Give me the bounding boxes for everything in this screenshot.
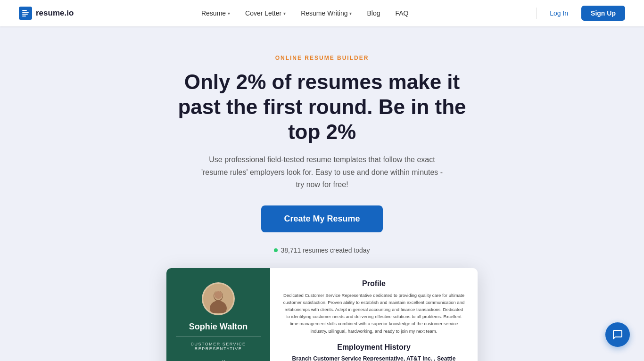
- divider: [176, 336, 261, 337]
- hero-subtitle: Use professional field-tested resume tem…: [199, 154, 445, 191]
- nav-resume-writing[interactable]: Resume Writing ▾: [294, 6, 358, 21]
- resume-job-title: CUSTOMER SERVICEREPRESENTATIVE: [176, 342, 261, 351]
- hero-section: ONLINE RESUME BUILDER Only 2% of resumes…: [0, 26, 644, 361]
- avatar: [202, 282, 235, 315]
- nav-cover-letter[interactable]: Cover Letter ▾: [239, 6, 292, 21]
- login-button[interactable]: Log In: [542, 6, 576, 21]
- logo-icon: [19, 7, 32, 20]
- svg-rect-3: [22, 16, 26, 16]
- chevron-down-icon: ▾: [283, 11, 286, 16]
- svg-point-8: [215, 291, 222, 299]
- nav-faq[interactable]: FAQ: [389, 6, 415, 21]
- resume-card: Sophie Walton CUSTOMER SERVICEREPRESENTA…: [166, 268, 478, 361]
- svg-rect-1: [22, 12, 29, 13]
- resume-name: Sophie Walton: [176, 322, 261, 332]
- create-resume-button[interactable]: Create My Resume: [261, 205, 382, 232]
- avatar-wrap: [176, 282, 261, 315]
- main-nav: Resume ▾ Cover Letter ▾ Resume Writing ▾…: [195, 6, 415, 21]
- logo-text: resume.io: [36, 8, 74, 18]
- svg-rect-2: [22, 14, 28, 15]
- resume-preview: Sophie Walton CUSTOMER SERVICEREPRESENTA…: [152, 268, 492, 361]
- job1-title: Branch Customer Service Representative, …: [282, 355, 465, 361]
- profile-heading: Profile: [282, 279, 465, 288]
- nav-blog[interactable]: Blog: [360, 6, 387, 21]
- chevron-down-icon: ▾: [228, 11, 230, 16]
- chevron-down-icon: ▾: [349, 11, 352, 16]
- details-heading: Details: [176, 360, 261, 361]
- profile-text: Dedicated Customer Service Representativ…: [282, 292, 465, 335]
- hero-stat-text: 38,711 resumes created today: [281, 246, 370, 254]
- signup-button[interactable]: Sign Up: [581, 6, 625, 21]
- navbar: resume.io Resume ▾ Cover Letter ▾ Resume…: [0, 0, 644, 26]
- resume-left-panel: Sophie Walton CUSTOMER SERVICEREPRESENTA…: [166, 268, 270, 361]
- svg-rect-0: [22, 10, 27, 11]
- nav-resume[interactable]: Resume ▾: [195, 6, 237, 21]
- online-indicator: [274, 248, 278, 252]
- logo[interactable]: resume.io: [19, 7, 74, 20]
- navbar-right: Log In Sign Up: [536, 6, 625, 21]
- hero-title: Only 2% of resumes make it past the firs…: [162, 70, 482, 144]
- employment-heading: Employment History: [282, 343, 465, 352]
- hero-badge: ONLINE RESUME BUILDER: [9, 55, 635, 61]
- chat-button[interactable]: [605, 322, 630, 347]
- hero-stat: 38,711 resumes created today: [9, 246, 635, 254]
- resume-right-panel: Profile Dedicated Customer Service Repre…: [270, 268, 478, 361]
- nav-divider: [536, 8, 537, 19]
